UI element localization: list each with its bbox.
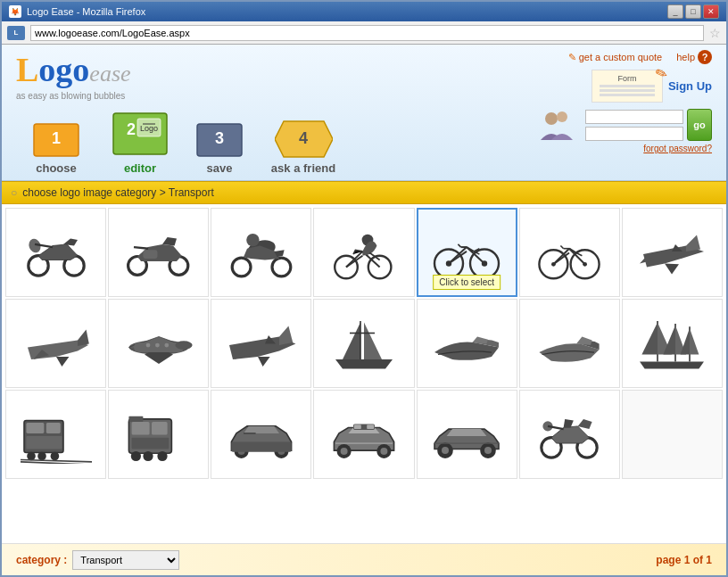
grid-cell-17[interactable]	[211, 390, 311, 479]
grid-cell-20[interactable]	[519, 390, 620, 479]
step-ask-friend[interactable]: 4 ask a friend	[259, 112, 348, 175]
username-input[interactable]	[585, 110, 683, 124]
grid-cell-12[interactable]	[417, 299, 517, 388]
svg-point-53	[145, 342, 150, 347]
grid-cell-21[interactable]	[622, 390, 723, 479]
grid-cell-19[interactable]	[417, 390, 517, 479]
svg-text:4: 4	[298, 129, 307, 147]
grid-cell-10[interactable]	[211, 299, 311, 388]
users-avatar	[537, 108, 582, 142]
go-button[interactable]: go	[687, 109, 712, 141]
signup-area: Form ✎ Sign Up	[592, 70, 712, 103]
svg-line-27	[346, 255, 362, 267]
grid-cell-11[interactable]	[313, 299, 414, 388]
forgot-password-link[interactable]: forgot password?	[643, 144, 712, 153]
breadcrumb-text: choose logo image category > Transport	[22, 186, 213, 199]
svg-point-11	[545, 112, 558, 125]
window-controls[interactable]: _ □ ✕	[667, 4, 719, 19]
svg-point-19	[232, 258, 251, 276]
svg-point-76	[157, 450, 167, 460]
signup-cta: Sign Up	[668, 79, 712, 93]
category-dropdown[interactable]: Transport Animals Business Nature Sports…	[72, 550, 179, 570]
bicycle3-icon	[534, 224, 605, 282]
step2-icon: 2 Logo	[109, 110, 171, 161]
bookmark-star-icon[interactable]: ☆	[709, 26, 721, 40]
grid-cell-2[interactable]	[108, 208, 209, 297]
svg-text:2: 2	[127, 120, 136, 138]
svg-rect-72	[152, 422, 168, 434]
address-bar: L ☆	[2, 21, 726, 45]
motorcycle1-icon	[21, 224, 92, 282]
svg-rect-82	[231, 441, 291, 451]
sailing-ship-icon	[636, 315, 707, 373]
grid-tooltip: Click to select	[433, 275, 500, 290]
header-right: ✎ get a custom quote help ? Form	[537, 50, 712, 153]
svg-point-66	[37, 451, 46, 460]
help-icon: ?	[698, 50, 712, 64]
grid-cell-3[interactable]	[211, 208, 311, 297]
step-choose[interactable]: 1 choose	[16, 117, 96, 175]
grid-cell-4[interactable]	[313, 208, 414, 297]
logo-tagline: as easy as blowing bubbles	[16, 91, 348, 101]
category-selector: category : Transport Animals Business Na…	[16, 550, 179, 570]
help-link[interactable]: help ?	[676, 50, 712, 64]
grid-cell-14[interactable]	[622, 299, 723, 388]
step4-label: ask a friend	[271, 161, 335, 175]
grid-cell-16[interactable]	[108, 390, 209, 479]
svg-point-94	[484, 447, 492, 454]
password-input[interactable]	[585, 127, 683, 141]
svg-point-12	[557, 111, 567, 122]
svg-text:1: 1	[52, 129, 61, 147]
image-grid: Click to select	[5, 208, 723, 479]
grid-cell-1[interactable]	[5, 208, 106, 297]
page-content: L ogo ease as easy as blowing bubbles 1	[2, 45, 726, 575]
image-grid-container[interactable]: Click to select	[2, 204, 726, 543]
car1-icon	[226, 406, 297, 464]
jet-fighter-icon	[636, 224, 707, 282]
motorcycle2-icon	[123, 224, 194, 282]
logo-ease: ease	[89, 61, 130, 87]
users-icon	[537, 108, 582, 142]
step-save[interactable]: 3 save	[184, 117, 255, 175]
steps-area: 1 choose 2 Logo	[16, 110, 348, 175]
svg-point-65	[27, 451, 36, 460]
svg-point-67	[50, 451, 59, 460]
plane2-icon	[226, 315, 297, 373]
motorboat-icon	[534, 315, 605, 373]
svg-point-55	[164, 342, 169, 347]
svg-text:Logo: Logo	[140, 124, 158, 133]
browser-window: 🦊 Logo Ease - Mozilla Firefox _ □ ✕ L ☆ …	[0, 0, 728, 577]
close-button[interactable]: ✕	[703, 4, 719, 19]
step4-icon: 4	[275, 112, 333, 161]
grid-cell-8[interactable]	[5, 299, 106, 388]
grid-cell-7[interactable]	[622, 208, 723, 297]
maximize-button[interactable]: □	[685, 4, 701, 19]
sports-car-icon	[431, 406, 502, 464]
grid-cell-5[interactable]: Click to select	[417, 208, 517, 297]
train1-icon	[21, 406, 92, 464]
train2-icon	[123, 406, 194, 464]
step3-label: save	[207, 161, 233, 175]
favicon: L	[7, 26, 25, 40]
grid-cell-18[interactable]	[313, 390, 414, 479]
svg-point-84	[341, 447, 348, 454]
grid-cell-6[interactable]	[519, 208, 620, 297]
step-editor[interactable]: 2 Logo editor	[100, 110, 180, 175]
bicycle-racer-icon	[328, 224, 400, 282]
login-area: go	[537, 108, 712, 142]
motorcycle3-icon	[534, 406, 605, 464]
window-title: Logo Ease - Mozilla Firefox	[27, 6, 145, 17]
custom-quote-link[interactable]: ✎ get a custom quote	[568, 52, 663, 63]
grid-cell-13[interactable]	[519, 299, 620, 388]
address-input[interactable]	[30, 25, 704, 41]
grid-cell-9[interactable]	[108, 299, 209, 388]
breadcrumb-radio-icon: ○	[11, 186, 17, 199]
top-links: ✎ get a custom quote help ?	[568, 50, 712, 64]
grid-cell-15[interactable]	[5, 390, 106, 479]
site-logo: L ogo ease	[16, 50, 348, 89]
sailboat-icon	[328, 315, 400, 373]
svg-rect-62	[26, 422, 44, 433]
minimize-button[interactable]: _	[667, 4, 683, 19]
custom-quote-icon: ✎	[568, 52, 576, 62]
svg-rect-63	[46, 422, 60, 433]
